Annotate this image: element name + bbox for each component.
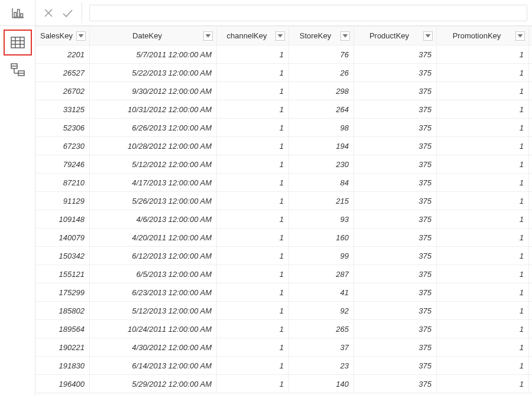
table-cell[interactable]: 1 [437,64,529,81]
table-cell[interactable]: 5/12/2013 12:00:00 AM [90,302,217,319]
table-cell[interactable]: 26 [289,64,354,81]
table-cell[interactable]: 1 [217,265,289,283]
column-header[interactable]: DateKey [90,27,217,45]
data-view-button[interactable] [4,30,32,56]
column-filter-button[interactable] [423,31,433,41]
table-cell[interactable]: 196400 [35,375,90,393]
table-cell[interactable]: 375 [354,338,437,356]
table-cell[interactable]: 4/30/2012 12:00:00 AM [90,338,217,356]
table-cell[interactable]: 4/17/2013 12:00:00 AM [90,174,217,191]
table-cell[interactable]: 1 [437,283,529,301]
column-header[interactable]: PromotionKey [437,27,529,45]
table-cell[interactable]: 26527 [35,64,90,81]
table-cell[interactable]: 375 [354,155,437,173]
formula-input[interactable] [89,5,527,21]
table-cell[interactable]: 1 [217,192,289,210]
table-cell[interactable]: 87210 [35,174,90,191]
report-view-button[interactable] [4,0,32,26]
table-row[interactable]: 18956410/24/2011 12:00:00 AM12653751 [35,320,532,338]
table-cell[interactable]: 375 [354,375,437,393]
table-cell[interactable]: 26702 [35,82,90,100]
table-cell[interactable]: 5/29/2012 12:00:00 AM [90,375,217,393]
table-cell[interactable]: 375 [354,265,437,283]
column-filter-button[interactable] [340,31,350,41]
table-cell[interactable]: 6/12/2013 12:00:00 AM [90,247,217,265]
table-cell[interactable]: 37 [289,338,354,356]
table-row[interactable]: 1918306/14/2013 12:00:00 AM1233751 [35,357,532,375]
column-filter-button[interactable] [76,31,86,41]
table-row[interactable]: 1752996/23/2013 12:00:00 AM1413751 [35,283,532,302]
table-cell[interactable]: 1 [437,100,529,118]
table-cell[interactable]: 1 [217,82,289,100]
table-cell[interactable]: 1 [217,320,289,338]
table-cell[interactable]: 1 [437,357,529,374]
table-row[interactable]: 22015/7/2011 12:00:00 AM1763751 [35,45,532,64]
table-row[interactable]: 1964005/29/2012 12:00:00 AM11403751 [35,375,532,393]
table-cell[interactable]: 1 [437,155,529,173]
table-cell[interactable]: 5/12/2012 12:00:00 AM [90,155,217,173]
table-row[interactable]: 3312510/31/2012 12:00:00 AM12643751 [35,100,532,119]
table-row[interactable]: 6723010/28/2012 12:00:00 AM11943751 [35,137,532,155]
table-cell[interactable]: 1 [217,228,289,246]
table-cell[interactable]: 5/26/2013 12:00:00 AM [90,192,217,210]
table-cell[interactable]: 375 [354,357,437,374]
table-cell[interactable]: 6/5/2013 12:00:00 AM [90,265,217,283]
table-cell[interactable]: 52306 [35,119,90,136]
table-cell[interactable]: 10/31/2012 12:00:00 AM [90,100,217,118]
table-cell[interactable]: 98 [289,119,354,136]
column-header[interactable]: ProductKey [354,27,437,45]
table-cell[interactable]: 91129 [35,192,90,210]
table-cell[interactable]: 93 [289,210,354,228]
table-cell[interactable]: 375 [354,100,437,118]
table-cell[interactable]: 109148 [35,210,90,228]
table-cell[interactable]: 67230 [35,137,90,155]
table-row[interactable]: 265275/22/2013 12:00:00 AM1263751 [35,64,532,82]
table-row[interactable]: 1400794/20/2011 12:00:00 AM11603751 [35,228,532,247]
table-cell[interactable]: 1 [437,247,529,265]
table-cell[interactable]: 1 [217,338,289,356]
table-cell[interactable]: 230 [289,155,354,173]
table-cell[interactable]: 298 [289,82,354,100]
table-row[interactable]: 1902214/30/2012 12:00:00 AM1373751 [35,338,532,357]
table-row[interactable]: 523066/26/2013 12:00:00 AM1983751 [35,119,532,137]
table-cell[interactable]: 1 [217,375,289,393]
table-cell[interactable]: 190221 [35,338,90,356]
table-cell[interactable]: 6/14/2013 12:00:00 AM [90,357,217,374]
table-cell[interactable]: 375 [354,302,437,319]
table-cell[interactable]: 194 [289,137,354,155]
table-row[interactable]: 1551216/5/2013 12:00:00 AM12873751 [35,265,532,283]
table-cell[interactable]: 5/22/2013 12:00:00 AM [90,64,217,81]
table-cell[interactable]: 1 [217,100,289,118]
commit-formula-button[interactable] [59,5,76,21]
cancel-formula-button[interactable] [40,5,57,21]
column-filter-button[interactable] [203,31,213,41]
table-cell[interactable]: 375 [354,137,437,155]
table-cell[interactable]: 375 [354,192,437,210]
table-cell[interactable]: 1 [217,357,289,374]
table-cell[interactable]: 76 [289,45,354,63]
table-cell[interactable]: 1 [437,302,529,319]
table-cell[interactable]: 265 [289,320,354,338]
table-cell[interactable]: 1 [437,228,529,246]
table-cell[interactable]: 10/28/2012 12:00:00 AM [90,137,217,155]
table-cell[interactable]: 1 [437,192,529,210]
table-cell[interactable]: 1 [217,64,289,81]
table-cell[interactable]: 375 [354,82,437,100]
table-cell[interactable]: 375 [354,45,437,63]
table-cell[interactable]: 375 [354,174,437,191]
table-cell[interactable]: 1 [217,283,289,301]
table-cell[interactable]: 1 [437,210,529,228]
table-row[interactable]: 1858025/12/2013 12:00:00 AM1923751 [35,302,532,320]
table-cell[interactable]: 287 [289,265,354,283]
table-cell[interactable]: 1 [217,45,289,63]
table-cell[interactable]: 23 [289,357,354,374]
table-row[interactable]: 911295/26/2013 12:00:00 AM12153751 [35,192,532,210]
table-cell[interactable]: 2201 [35,45,90,63]
table-cell[interactable]: 4/20/2011 12:00:00 AM [90,228,217,246]
table-cell[interactable]: 79246 [35,155,90,173]
table-cell[interactable]: 1 [217,302,289,319]
table-cell[interactable]: 375 [354,119,437,136]
column-filter-button[interactable] [515,31,525,41]
table-cell[interactable]: 1 [437,174,529,191]
table-cell[interactable]: 1 [437,82,529,100]
